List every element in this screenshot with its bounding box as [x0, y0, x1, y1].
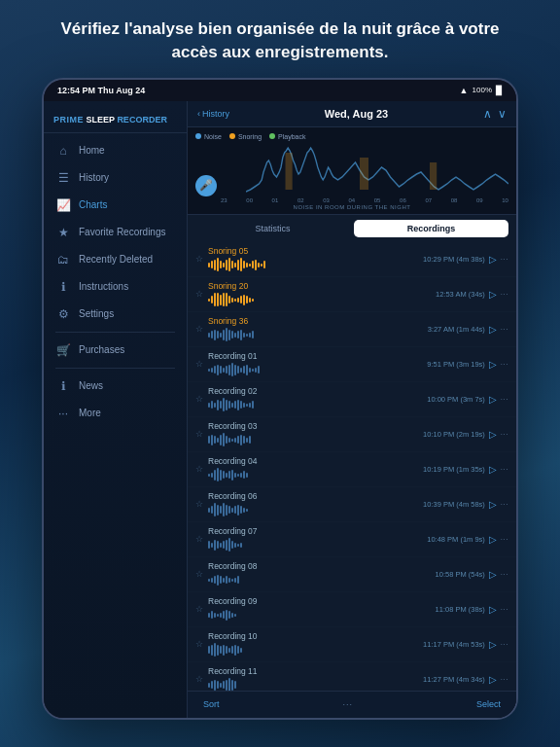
- more-button[interactable]: ···: [501, 675, 508, 684]
- rec-name: Recording 11: [208, 666, 419, 676]
- play-button[interactable]: ▷: [489, 569, 497, 580]
- battery-icon: ▉: [496, 86, 503, 95]
- star-icon[interactable]: ☆: [195, 359, 203, 369]
- tabs-row: Statistics Recordings: [188, 215, 516, 242]
- recording-item[interactable]: ☆ Recording 09 11:08 PM (38s) ▷ ···: [188, 592, 516, 627]
- recording-item[interactable]: ☆ Recording 08 10:58 PM (54s) ▷ ···: [188, 557, 516, 592]
- select-button[interactable]: Select: [476, 699, 501, 709]
- waveform: [208, 363, 423, 376]
- tab-recordings[interactable]: Recordings: [354, 220, 508, 237]
- status-right: ▲ 100% ▉: [460, 86, 503, 95]
- x-label-2: 01: [272, 197, 279, 203]
- rec-actions: ▷ ···: [489, 569, 508, 580]
- more-button[interactable]: ···: [501, 605, 508, 614]
- play-button[interactable]: ▷: [489, 674, 497, 685]
- more-button[interactable]: ···: [501, 535, 508, 544]
- sidebar-item-favorite-recordings[interactable]: ★ Favorite Recordings: [44, 219, 187, 246]
- rec-name: Recording 02: [208, 386, 423, 396]
- recording-item[interactable]: ☆ Recording 06 10:39 PM (4m 58s) ▷ ···: [188, 487, 516, 522]
- x-label-6: 05: [374, 197, 381, 203]
- more-button[interactable]: ···: [501, 290, 508, 299]
- recording-item[interactable]: ☆ Recording 04 10:19 PM (1m 35s) ▷ ···: [188, 452, 516, 487]
- star-icon[interactable]: ☆: [195, 534, 203, 544]
- waveform: [208, 398, 423, 411]
- star-icon[interactable]: ☆: [195, 639, 203, 649]
- more-button[interactable]: ···: [501, 465, 508, 474]
- recording-item[interactable]: ☆ Recording 02 10:00 PM (3m 7s) ▷ ···: [188, 382, 516, 417]
- sidebar-item-history[interactable]: ☰ History: [44, 164, 187, 192]
- more-button[interactable]: ···: [501, 570, 508, 579]
- recording-item[interactable]: ☆ Snoring 36 3:27 AM (1m 44s) ▷ ···: [188, 312, 516, 347]
- svg-rect-2: [430, 162, 437, 190]
- play-button[interactable]: ▷: [489, 324, 497, 335]
- star-icon[interactable]: ☆: [195, 324, 203, 334]
- sidebar-item-deleted-label: Recently Deleted: [79, 254, 153, 265]
- back-button[interactable]: ‹ History: [197, 109, 229, 119]
- star-icon[interactable]: ☆: [195, 499, 203, 509]
- status-bar: 12:54 PM Thu Aug 24 ▲ 100% ▉: [44, 80, 516, 101]
- device-content: PRIME SLEEP RECORDER ⌂ Home ☰ History 📈 …: [44, 101, 516, 718]
- rec-name: Recording 03: [208, 421, 419, 431]
- recordings-list[interactable]: ☆ Snoring 05 10:29 PM (4m 38s) ▷ ···: [188, 242, 516, 691]
- up-arrow-button[interactable]: ∧: [483, 107, 492, 121]
- more-button[interactable]: ···: [501, 395, 508, 404]
- play-button[interactable]: ▷: [489, 464, 497, 475]
- more-button[interactable]: ···: [501, 255, 508, 264]
- sidebar-item-more[interactable]: ··· More: [44, 400, 187, 427]
- recording-item[interactable]: ☆ Recording 07 10:48 PM (1m 9s) ▷ ···: [188, 522, 516, 557]
- sort-button[interactable]: Sort: [203, 699, 220, 709]
- star-icon[interactable]: ☆: [195, 604, 203, 614]
- legend-playback: Playback: [269, 133, 305, 140]
- more-button[interactable]: ···: [501, 500, 508, 509]
- logo-sleep: SLEEP: [84, 115, 117, 124]
- header-text: Vérifiez l'analyse bien organisée de la …: [0, 0, 560, 78]
- sidebar-item-charts-label: Charts: [79, 199, 107, 210]
- sidebar-item-recently-deleted[interactable]: 🗂 Recently Deleted: [44, 246, 187, 273]
- recording-item[interactable]: ☆ Snoring 05 10:29 PM (4m 38s) ▷ ···: [188, 242, 516, 277]
- more-button[interactable]: ···: [501, 325, 508, 334]
- home-icon: ⌂: [55, 144, 71, 158]
- rec-name: Recording 06: [208, 491, 419, 501]
- play-button[interactable]: ▷: [489, 289, 497, 300]
- sidebar-item-charts[interactable]: 📈 Charts: [44, 192, 187, 219]
- sidebar-item-instructions[interactable]: ℹ Instructions: [44, 273, 187, 301]
- play-button[interactable]: ▷: [489, 394, 497, 405]
- star-icon[interactable]: ☆: [195, 674, 203, 684]
- star-icon[interactable]: ☆: [195, 429, 203, 439]
- play-button[interactable]: ▷: [489, 639, 497, 650]
- play-button[interactable]: ▷: [489, 254, 497, 265]
- x-label-1: 00: [246, 197, 253, 203]
- more-button[interactable]: ···: [501, 640, 508, 649]
- recording-item[interactable]: ☆ Snoring 20 12:53 AM (34s) ▷ ···: [188, 277, 516, 312]
- down-arrow-button[interactable]: ∨: [498, 107, 507, 121]
- tab-statistics[interactable]: Statistics: [195, 220, 350, 237]
- wifi-icon: ▲: [460, 86, 469, 95]
- legend-snoring-label: Snoring: [238, 133, 262, 140]
- recording-item[interactable]: ☆ Recording 11 11:27 PM (4m 34s) ▷ ···: [188, 662, 516, 691]
- recording-item[interactable]: ☆ Recording 01 9:51 PM (3m 19s) ▷ ···: [188, 347, 516, 382]
- back-label: History: [202, 109, 229, 119]
- star-icon[interactable]: ☆: [195, 289, 203, 299]
- recording-item[interactable]: ☆ Recording 10 11:17 PM (4m 53s) ▷ ···: [188, 627, 516, 662]
- play-button[interactable]: ▷: [489, 429, 497, 440]
- star-icon[interactable]: ☆: [195, 464, 203, 474]
- play-button[interactable]: ▷: [489, 534, 497, 545]
- sidebar-item-settings[interactable]: ⚙ Settings: [44, 301, 187, 328]
- sidebar-item-news[interactable]: ℹ News: [44, 373, 187, 400]
- play-button[interactable]: ▷: [489, 604, 497, 615]
- legend-noise: Noise: [195, 133, 222, 140]
- more-button[interactable]: ···: [501, 360, 508, 369]
- noise-dot: [195, 133, 201, 139]
- play-button[interactable]: ▷: [489, 359, 497, 370]
- logo-recorder: RECORDER: [117, 115, 167, 124]
- waveform: [208, 293, 432, 306]
- star-icon[interactable]: ☆: [195, 254, 203, 264]
- star-icon[interactable]: ☆: [195, 394, 203, 404]
- rec-time: 10:29 PM (4m 38s): [423, 255, 485, 264]
- star-icon[interactable]: ☆: [195, 569, 203, 579]
- recording-item[interactable]: ☆ Recording 03 10:10 PM (2m 19s) ▷ ···: [188, 417, 516, 452]
- sidebar-item-home[interactable]: ⌂ Home: [44, 137, 187, 164]
- sidebar-item-purchases[interactable]: 🛒 Purchases: [44, 337, 187, 364]
- play-button[interactable]: ▷: [489, 499, 497, 510]
- more-button[interactable]: ···: [501, 430, 508, 439]
